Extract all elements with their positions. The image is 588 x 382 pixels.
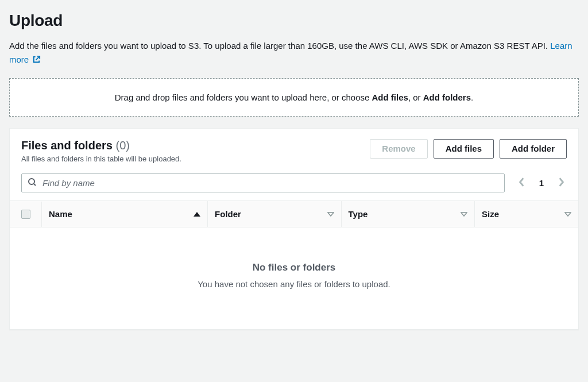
sort-icon-type bbox=[461, 209, 467, 219]
chevron-right-icon bbox=[558, 180, 564, 189]
search-input[interactable] bbox=[42, 178, 498, 188]
page-title: Upload bbox=[9, 11, 579, 30]
prev-page-button[interactable] bbox=[516, 175, 528, 191]
drop-zone[interactable]: Drag and drop files and folders you want… bbox=[9, 78, 579, 117]
files-panel: Files and folders (0) All files and fold… bbox=[9, 128, 579, 330]
column-name-label: Name bbox=[49, 209, 72, 219]
panel-header: Files and folders (0) All files and fold… bbox=[10, 129, 578, 169]
panel-subtitle: All files and folders in this table will… bbox=[21, 155, 370, 163]
remove-button[interactable]: Remove bbox=[370, 139, 427, 159]
panel-title-text: Files and folders bbox=[21, 139, 113, 152]
search-box[interactable] bbox=[21, 173, 505, 192]
empty-subtitle: You have not chosen any files or folders… bbox=[21, 279, 567, 289]
external-link-icon bbox=[32, 54, 41, 68]
panel-count: (0) bbox=[116, 139, 130, 152]
column-folder[interactable]: Folder bbox=[208, 201, 341, 227]
dropzone-separator: , or bbox=[408, 92, 423, 102]
search-icon bbox=[28, 178, 37, 188]
table-header: Name Folder Type Size bbox=[10, 200, 578, 227]
search-row: 1 bbox=[10, 169, 578, 200]
panel-actions: Remove Add files Add folder bbox=[370, 139, 567, 159]
sort-icon-size bbox=[564, 209, 571, 219]
column-size[interactable]: Size bbox=[475, 201, 578, 227]
select-all-checkbox[interactable] bbox=[21, 210, 30, 219]
column-folder-label: Folder bbox=[215, 209, 241, 219]
sort-icon-folder bbox=[327, 209, 334, 219]
empty-title: No files or folders bbox=[21, 262, 567, 273]
add-files-button[interactable]: Add files bbox=[434, 139, 494, 159]
column-type-label: Type bbox=[349, 209, 368, 219]
description-text: Add the files and folders you want to up… bbox=[9, 41, 550, 51]
column-size-label: Size bbox=[482, 209, 499, 219]
sort-asc-icon bbox=[194, 209, 200, 219]
upload-description: Add the files and folders you want to up… bbox=[9, 39, 579, 68]
dropzone-suffix: . bbox=[471, 92, 473, 102]
dropzone-add-folders-bold: Add folders bbox=[423, 92, 471, 102]
chevron-left-icon bbox=[519, 180, 525, 189]
dropzone-text-prefix: Drag and drop files and folders you want… bbox=[115, 92, 372, 102]
add-folder-button[interactable]: Add folder bbox=[500, 139, 567, 159]
select-all-cell[interactable] bbox=[10, 202, 42, 227]
panel-title: Files and folders (0) bbox=[21, 139, 370, 152]
column-name[interactable]: Name bbox=[42, 201, 208, 227]
empty-state: No files or folders You have not chosen … bbox=[10, 227, 578, 329]
pager: 1 bbox=[516, 175, 567, 191]
dropzone-add-files-bold: Add files bbox=[372, 92, 408, 102]
next-page-button[interactable] bbox=[555, 175, 567, 191]
current-page: 1 bbox=[539, 178, 544, 188]
column-type[interactable]: Type bbox=[342, 201, 475, 227]
svg-point-0 bbox=[29, 179, 34, 184]
